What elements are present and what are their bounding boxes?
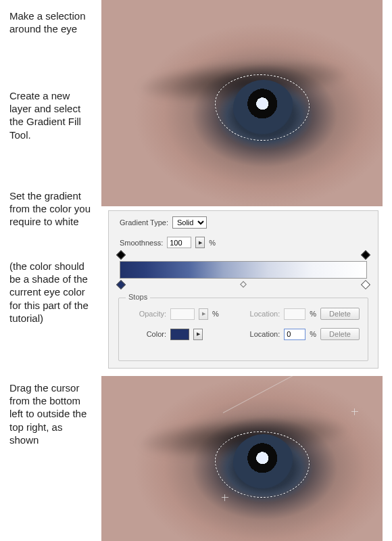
instruction-step-3-note: (the color should be a shade of the curr… [9,260,94,325]
eye-photo-drag [101,376,383,541]
opacity-stepper: ▶ [199,308,208,320]
marquee-selection [215,431,310,498]
gradient-editor-panel: Gradient Type: Solid Smoothness: ▶ % Sto… [108,210,378,369]
midpoint-marker[interactable] [240,281,247,288]
opacity-stop-left[interactable] [116,250,126,260]
opacity-stop-row: Opacity: ▶ % Location: % Delete [132,308,360,320]
gradient-drag-line [223,376,355,413]
location-label: Location: [250,330,280,338]
instruction-step-2: Create a new layer and select the Gradie… [9,89,94,141]
percent-label: % [212,310,219,318]
instruction-step-1: Make a selection around the eye [9,9,94,35]
drag-end-crosshair-icon [351,408,358,415]
opacity-stop-right[interactable] [361,250,370,260]
play-icon: ▶ [202,311,205,316]
gradient-type-label: Gradient Type: [120,218,168,227]
stops-legend: Stops [126,293,150,301]
eye-photo-selection [101,0,383,206]
percent-label: % [310,330,316,338]
smoothness-input[interactable] [167,237,191,248]
color-stop-left[interactable] [116,280,126,289]
smoothness-label: Smoothness: [120,239,163,247]
stops-fieldset: Stops Opacity: ▶ % Location: % Delete Co… [118,298,368,361]
color-label: Color: [132,330,166,338]
percent-label: % [209,239,216,247]
play-icon: ▶ [199,240,202,245]
drag-start-crosshair-icon [222,494,228,501]
location-label: Location: [250,310,280,318]
opacity-location-input [284,308,305,320]
color-stepper[interactable]: ▶ [193,329,203,340]
color-location-input[interactable] [284,329,305,340]
marquee-selection [215,74,310,141]
instruction-step-3: Set the gradient from the color you requ… [9,189,94,229]
opacity-input [170,308,195,320]
gradient-bar [120,261,367,279]
color-stop-row: Color: ▶ Location: % Delete [132,328,360,340]
gradient-type-select[interactable]: Solid [172,216,207,229]
smoothness-stepper[interactable]: ▶ [195,237,205,248]
play-icon: ▶ [197,331,200,337]
color-swatch[interactable] [170,329,189,340]
gradient-preview[interactable] [120,261,367,279]
delete-color-stop-button[interactable]: Delete [320,328,360,340]
delete-opacity-stop-button: Delete [320,308,360,320]
instruction-step-4: Drag the cursor from the bottom left to … [9,381,94,446]
color-stop-right[interactable] [361,280,370,289]
percent-label: % [310,310,316,318]
opacity-label: Opacity: [132,310,166,318]
